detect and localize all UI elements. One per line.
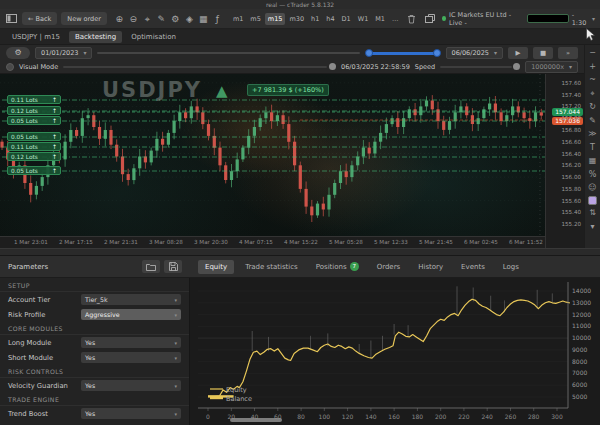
refresh-icon[interactable]: ↻ <box>587 101 599 112</box>
tab-orders[interactable]: Orders <box>370 260 408 274</box>
shapes-icon[interactable]: ≫ <box>587 128 599 139</box>
param-select-trend-boost[interactable]: Yes▾ <box>81 408 181 419</box>
zoom-in-icon[interactable]: ⊕ <box>113 12 126 26</box>
wave-icon[interactable]: ~ <box>587 74 599 85</box>
panel-splitter[interactable] <box>0 248 600 256</box>
period-track[interactable] <box>97 52 359 54</box>
crosshair-icon[interactable]: ⌖ <box>141 12 154 26</box>
price-tick: 156.00 <box>561 174 581 180</box>
play-button[interactable]: ▶ <box>508 47 528 59</box>
position-label-6[interactable]: 0.05 Lots↑ <box>7 166 61 175</box>
timeframe-m15[interactable]: m15 <box>265 13 286 25</box>
end-date-select[interactable]: 06/06/2025 ▾ <box>446 47 503 59</box>
price-axis[interactable]: 157.044 157.036 157.60157.40157.20157.00… <box>545 74 584 248</box>
backtest-settings-button[interactable]: ⚙ <box>6 47 30 59</box>
start-date-select[interactable]: 01/01/2023 ▾ <box>35 47 92 59</box>
position-label-5[interactable]: 0.12 Lots↑ <box>7 152 61 161</box>
tab-usdjpy-m15[interactable]: USDJPY | m15 <box>6 31 66 43</box>
param-select-risk-profile[interactable]: Aggressive▾ <box>81 309 181 320</box>
layout-panel-icon[interactable] <box>5 12 18 26</box>
grid-tool-icon[interactable]: ▦ <box>587 155 599 166</box>
tab-optimisation[interactable]: Optimisation <box>125 31 182 43</box>
skip-to-end-button[interactable]: » <box>558 47 578 59</box>
param-select-short-module[interactable]: Yes▾ <box>81 352 181 363</box>
param-label: Risk Profile <box>8 311 77 319</box>
time-tick: 3 Mar 20:30 <box>194 239 228 245</box>
tab-logs[interactable]: Logs <box>496 260 526 274</box>
timeframe-m5[interactable]: m5 <box>247 13 263 25</box>
timeframe-w1[interactable]: W1 <box>355 13 372 25</box>
tab-events[interactable]: Events <box>454 260 492 274</box>
zoom-out-icon[interactable]: ⊖ <box>127 12 140 26</box>
percent-icon[interactable]: % <box>587 169 599 180</box>
chevron-down-icon[interactable]: ▾ <box>587 221 599 232</box>
speed-handle[interactable] <box>513 63 520 70</box>
settings-icon[interactable]: ⚙ <box>169 12 182 26</box>
time-tick: 4 Mar 07:15 <box>239 239 273 245</box>
time-axis[interactable]: 1 Mar 23:012 Mar 17:152 Mar 21:313 Mar 0… <box>0 236 545 248</box>
crosshair-tool-icon[interactable]: ⌖ <box>587 88 599 99</box>
back-button[interactable]: ← Back <box>22 12 57 25</box>
timeframe-m1[interactable]: M1 <box>372 13 388 25</box>
pencil-icon[interactable]: ✎ <box>587 115 599 126</box>
load-parameters-icon[interactable] <box>142 260 160 273</box>
timeframe-d1[interactable]: D1 <box>339 13 354 25</box>
timeframe-m1[interactable]: m1 <box>230 13 246 25</box>
emoji-icon[interactable]: ☺ <box>587 182 599 193</box>
timeframe-h1[interactable]: h1 <box>308 13 322 25</box>
progress-handle[interactable] <box>329 63 336 70</box>
draw-icon[interactable]: ✎ <box>155 12 168 26</box>
svg-text:5000: 5000 <box>572 393 587 400</box>
visual-mode-toggle[interactable] <box>6 63 14 71</box>
profit-badge: +7 981.39 $ (+160%) <box>247 84 329 96</box>
alerts-icon[interactable]: ◈ <box>183 12 196 26</box>
text-tool-icon[interactable]: T <box>587 142 599 153</box>
timeframe-m30[interactable]: m30 <box>286 13 307 25</box>
tab-positions[interactable]: Positions7 <box>309 259 366 274</box>
collapse-icon[interactable]: − <box>587 47 599 58</box>
progress-track[interactable] <box>63 66 327 68</box>
svg-text:160: 160 <box>388 413 400 420</box>
svg-text:10000: 10000 <box>572 334 591 341</box>
price-chart[interactable]: USDJPY ▲ +7 981.39 $ (+160%) 0.11 Lots↑0… <box>0 74 584 248</box>
candlestick-chart[interactable] <box>0 74 545 236</box>
position-label-2[interactable]: 0.05 Lots↑ <box>7 116 61 125</box>
detach-window-icon[interactable] <box>424 12 437 26</box>
color-swatch[interactable] <box>588 196 597 205</box>
position-label-3[interactable]: 0.05 Lots↑ <box>7 132 61 141</box>
save-parameters-icon[interactable] <box>164 260 182 273</box>
param-select-velocity-guardian[interactable]: Yes▾ <box>81 380 181 391</box>
account-info[interactable]: IC Markets EU Ltd - Live - - 1:30 ▾ <box>442 11 595 27</box>
trash-icon[interactable] <box>406 12 419 26</box>
period-range-slider[interactable] <box>365 47 441 59</box>
timeframe-[interactable]: … <box>389 13 402 25</box>
param-select-long-module[interactable]: Yes▾ <box>81 337 181 348</box>
speed-select[interactable]: 1000000x ▾ <box>525 61 578 73</box>
equity-curve-chart[interactable]: 1400013000120001100010000900080007000600… <box>190 278 600 425</box>
position-label-0[interactable]: 0.11 Lots↑ <box>7 95 61 104</box>
time-tick: 4 Mar 15:22 <box>284 239 318 245</box>
tab-equity[interactable]: Equity <box>198 260 234 274</box>
horizontal-scrollbar[interactable] <box>230 418 282 422</box>
timeframe-h4[interactable]: h4 <box>323 13 337 25</box>
range-handle-right[interactable] <box>433 49 441 57</box>
new-order-button[interactable]: New order <box>61 12 107 25</box>
position-lots: 0.05 Lots <box>11 168 38 174</box>
speed-track[interactable] <box>440 66 512 68</box>
tab-backtesting[interactable]: Backtesting <box>69 31 122 43</box>
stop-button[interactable]: ■ <box>533 47 553 59</box>
indicators-icon[interactable]: ƒ <box>211 12 224 26</box>
add-indicator-icon[interactable]: + <box>587 61 599 72</box>
tab-history[interactable]: History <box>411 260 450 274</box>
chart-tabs: USDJPY | m15BacktestingOptimisation <box>0 30 600 45</box>
param-select-account-tier[interactable]: Tier_5k▾ <box>81 294 181 305</box>
param-row-risk-profile: Risk ProfileAggressive▾ <box>0 307 189 322</box>
position-label-4[interactable]: 0.11 Lots↑ <box>7 142 61 151</box>
tab-trade-statistics[interactable]: Trade statistics <box>238 260 305 274</box>
chart-grid-icon[interactable]: ▦ <box>197 12 210 26</box>
svg-text:7000: 7000 <box>572 369 587 376</box>
sort-icon[interactable]: ⇅ <box>587 207 599 218</box>
position-label-1[interactable]: 0.12 Lots↑ <box>7 106 61 115</box>
range-handle-left[interactable] <box>365 49 373 57</box>
time-tick: 2 Mar 17:15 <box>59 239 93 245</box>
